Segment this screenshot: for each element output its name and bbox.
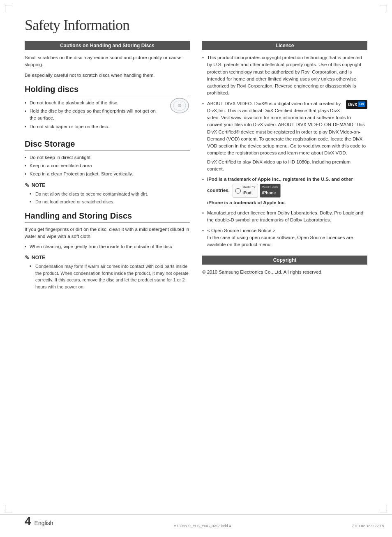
handling-intro: If you get fingerprints or dirt on the d…: [25, 226, 190, 240]
licence-item-copyright: This product incorporates copyright prot…: [202, 54, 367, 97]
disc-storage-title: Disc Storage: [25, 139, 190, 151]
copyright-section: Copyright © 2010 Samsung Electronics Co.…: [202, 256, 367, 276]
list-item: Keep in a cool ventilated area: [25, 162, 190, 169]
page-language: English: [35, 520, 53, 526]
note-list-1: Do not allow the discs to become contami…: [30, 191, 190, 205]
copyright-text: © 2010 Samsung Electronics Co., Ltd. All…: [202, 269, 367, 276]
licence-item-divx: DivX HD ABOUT DIVX VIDEO: DivX® is a dig…: [202, 100, 367, 173]
divx-content: DivX HD ABOUT DIVX VIDEO: DivX® is a dig…: [207, 100, 367, 157]
list-item: Do not stick paper or tape on the disc.: [25, 123, 190, 130]
holding-discs-title: Holding discs: [25, 85, 190, 96]
footer-file: HT-C5500_ELS_ENG_0217.indd 4: [174, 524, 231, 528]
list-item: Hold the disc by the edges so that finge…: [25, 108, 190, 122]
licence-item-dolby: Manufactured under licence from Dolby La…: [202, 210, 367, 224]
ipod-badge: ◯ Made for iPod: [233, 184, 258, 198]
note-icon-1: ✎: [25, 182, 30, 189]
left-section-header: Cautions on Handling and Storing Discs: [25, 41, 190, 50]
licence-item-opensource: < Open Source Licence Notice > In the ca…: [202, 227, 367, 249]
list-item: Do not keep in direct sunlight: [25, 154, 190, 161]
note-icon-2: ✎: [25, 254, 30, 261]
left-column: Cautions on Handling and Storing Discs S…: [25, 41, 190, 294]
page-number-section: 4 English: [25, 515, 53, 528]
right-column: Licence This product incorporates copyri…: [202, 41, 367, 294]
divx-hd-badge: HD: [358, 101, 365, 107]
divx-badge-text: DivX: [348, 101, 357, 108]
list-item: When cleaning, wipe gently from the insi…: [25, 243, 190, 250]
page-wrapper: Safety Information Cautions on Handling …: [0, 0, 392, 537]
note-label-1: ✎ NOTE: [25, 182, 190, 189]
note-list-2: Condensation may form if warm air comes …: [30, 263, 190, 290]
licence-item-ipod: iPod is a trademark of Apple Inc., regis…: [202, 176, 367, 206]
dolby-text: Manufactured under licence from Dolby La…: [207, 210, 363, 222]
note-label-2: ✎ NOTE: [25, 254, 190, 261]
iphone-badge-content: Works with iPhone: [262, 185, 278, 196]
corner-mark-tr: [380, 5, 387, 12]
note-item: Condensation may form if warm air comes …: [30, 263, 190, 290]
iphone-badge: Works with iPhone: [260, 184, 281, 198]
opensource-text1: < Open Source Licence Notice >: [207, 227, 367, 234]
page-footer: 4 English HT-C5500_ELS_ENG_0217.indd 4 2…: [0, 514, 392, 528]
note-item: Do not allow the discs to become contami…: [30, 191, 190, 198]
disc-storage-note: ✎ NOTE Do not allow the discs to become …: [25, 182, 190, 205]
divx-badge-container: DivX HD: [346, 100, 367, 109]
page-number: 4: [25, 515, 31, 528]
holding-discs-list: Do not touch the playback side of the di…: [25, 99, 190, 130]
corner-mark-br: [380, 505, 387, 512]
footer-date: 2010-02-18 9:22:18: [351, 524, 384, 528]
licence-section-header: Licence: [202, 41, 367, 50]
handling-title: Handling and Storing Discs: [25, 211, 190, 223]
handling-list: When cleaning, wipe gently from the insi…: [25, 243, 190, 250]
ipod-badge-content: Made for iPod: [242, 185, 256, 196]
ipod-badges: ◯ Made for iPod Works with iPhone: [233, 184, 281, 198]
corner-mark-tl: [5, 5, 12, 12]
holding-discs-content: Do not touch the playback side of the di…: [25, 99, 190, 134]
handling-note: ✎ NOTE Condensation may form if warm air…: [25, 254, 190, 290]
intro-text-2: Be especially careful not to scratch dis…: [25, 72, 190, 79]
copyright-text: This product incorporates copyright prot…: [207, 55, 362, 95]
note-item: Do not load cracked or scratched discs.: [30, 198, 190, 205]
iphone-trademark: iPhone is a trademark of Apple Inc.: [207, 199, 367, 206]
disc-storage-list: Do not keep in direct sunlight Keep in a…: [25, 154, 190, 178]
licence-list: This product incorporates copyright prot…: [202, 54, 367, 248]
divx-text-before: ABOUT DIVX VIDEO: DivX® is a digital vid…: [207, 101, 366, 156]
list-item: Do not touch the playback side of the di…: [25, 99, 190, 106]
list-item: Keep in a clean Protection jacket. Store…: [25, 171, 190, 177]
divx-text-after: DivX Certified to play DivX video up to …: [207, 159, 367, 173]
two-column-layout: Cautions on Handling and Storing Discs S…: [25, 41, 367, 294]
opensource-text2: In the case of using open source softwar…: [207, 234, 367, 249]
copyright-header: Copyright: [202, 256, 367, 265]
ipod-icon: ◯: [235, 187, 241, 195]
divx-badge: DivX HD: [346, 100, 367, 109]
page-title: Safety Information: [25, 16, 367, 34]
intro-text-1: Small scratches on the disc may reduce s…: [25, 54, 190, 69]
corner-mark-bl: [5, 505, 12, 512]
